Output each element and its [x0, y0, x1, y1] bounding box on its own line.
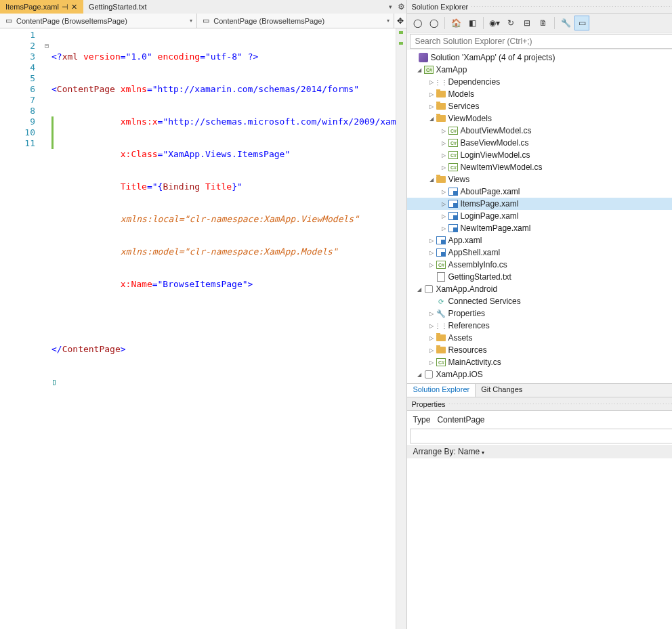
- split-icon[interactable]: ✥: [394, 16, 406, 26]
- expand-icon[interactable]: ▷: [440, 201, 448, 207]
- expand-icon[interactable]: ▷: [440, 140, 448, 146]
- pin-icon[interactable]: ⊣: [62, 3, 68, 12]
- back-icon[interactable]: ◯: [410, 16, 425, 30]
- tree-project-xamapp[interactable]: XamApp: [436, 65, 467, 74]
- chevron-down-icon: ▾: [387, 18, 390, 24]
- solution-search[interactable]: 🔍 ▾: [410, 34, 672, 49]
- pending-changes-filter-icon[interactable]: ◉▾: [487, 16, 502, 30]
- xaml-file-icon: [448, 186, 459, 197]
- tab-git-changes[interactable]: Git Changes: [476, 384, 528, 397]
- expand-icon[interactable]: ▷: [427, 347, 436, 353]
- tree-item-dependencies[interactable]: Dependencies: [448, 77, 500, 87]
- tree-item[interactable]: App.xaml: [448, 236, 482, 245]
- properties-search[interactable]: 🔍: [410, 429, 672, 443]
- collapse-all-icon[interactable]: ⊟: [520, 16, 534, 30]
- type-label: Type: [413, 415, 430, 425]
- class-icon: ▭: [201, 16, 211, 26]
- expand-icon[interactable]: ▷: [427, 91, 436, 97]
- tab-solution-explorer[interactable]: Solution Explorer: [407, 383, 476, 397]
- tree-item[interactable]: LoginViewModel.cs: [460, 150, 530, 160]
- tree-item[interactable]: AssemblyInfo.cs: [448, 260, 507, 269]
- solution-explorer-toolbar: ◯ ◯ 🏠 ◧ ◉▾ ↻ ⊟ 🗎 🔧 ▭: [407, 14, 672, 32]
- xaml-file-icon: [448, 211, 459, 221]
- tree-item-itemspage[interactable]: ItemsPage.xaml: [460, 199, 518, 209]
- code-editor[interactable]: 1234567891011 ⊟ <?xml version="1.0" enco…: [0, 28, 406, 629]
- expand-icon[interactable]: ◢: [427, 116, 436, 122]
- nav-member-dropdown[interactable]: ▭ ContentPage (BrowseItemsPage) ▾: [197, 14, 394, 28]
- tree-item-views[interactable]: Views: [448, 175, 469, 184]
- tree-project-ios[interactable]: XamApp.iOS: [436, 370, 482, 379]
- tab-overflow-icon[interactable]: ▾: [385, 3, 396, 10]
- expand-icon[interactable]: ▷: [427, 360, 436, 366]
- tree-item[interactable]: GettingStarted.txt: [448, 272, 511, 282]
- tree-item[interactable]: MainActivity.cs: [448, 357, 501, 367]
- arrange-by-dropdown[interactable]: Arrange By: Name ▾: [407, 445, 672, 458]
- tree-item[interactable]: Connected Services: [448, 297, 520, 306]
- tree-item[interactable]: Properties: [448, 309, 485, 318]
- folder-icon: [436, 332, 446, 343]
- tree-item[interactable]: LoginPage.xaml: [460, 211, 518, 221]
- forward-icon[interactable]: ◯: [426, 16, 441, 30]
- cs-file-icon: C#: [436, 259, 446, 270]
- sync-icon[interactable]: ↻: [503, 16, 518, 30]
- solution-search-input[interactable]: [411, 37, 672, 46]
- cs-file-icon: C#: [448, 125, 459, 136]
- expand-icon[interactable]: ▷: [427, 262, 436, 268]
- code-content: <?xml version="1.0" encoding="utf-8" ?> …: [51, 28, 406, 629]
- properties-search-input[interactable]: [411, 431, 672, 441]
- expand-icon[interactable]: ◢: [427, 177, 436, 183]
- chevron-down-icon: ▾: [190, 18, 192, 24]
- expand-icon[interactable]: ▷: [440, 128, 448, 134]
- tree-item[interactable]: Resources: [448, 345, 486, 355]
- properties-icon[interactable]: 🔧: [558, 16, 573, 30]
- fold-toggle[interactable]: ⊟: [42, 41, 51, 51]
- home-icon[interactable]: 🏠: [448, 16, 463, 30]
- nav-scope-dropdown[interactable]: ▭ ContentPage (BrowseItemsPage) ▾: [0, 14, 197, 28]
- tree-item-services[interactable]: Services: [448, 102, 479, 111]
- tree-item[interactable]: AppShell.xaml: [448, 248, 500, 257]
- expand-icon[interactable]: ◢: [415, 67, 423, 73]
- show-all-files-icon[interactable]: 🗎: [536, 16, 551, 30]
- expand-icon[interactable]: ▷: [427, 104, 436, 110]
- folder-icon: [436, 101, 446, 112]
- switch-views-icon[interactable]: ◧: [465, 16, 480, 30]
- tree-item[interactable]: AboutViewModel.cs: [460, 126, 531, 135]
- fold-column: ⊟: [42, 28, 51, 629]
- tree-item-models[interactable]: Models: [448, 89, 474, 99]
- tree-solution-root[interactable]: Solution 'XamApp' (4 of 4 projects): [430, 53, 555, 62]
- tree-item[interactable]: AboutPage.xaml: [460, 187, 520, 196]
- tree-item[interactable]: References: [448, 321, 489, 330]
- tab-itemspage[interactable]: ItemsPage.xaml ⊣ ✕: [0, 0, 83, 14]
- properties-type-row: Type ContentPage: [407, 411, 672, 429]
- solution-explorer-header: Solution Explorer ⋅⋅⋅⋅⋅⋅⋅⋅⋅⋅⋅⋅⋅⋅⋅⋅⋅⋅⋅⋅⋅⋅…: [407, 0, 672, 14]
- close-icon[interactable]: ✕: [71, 3, 78, 12]
- tab-gettingstarted[interactable]: GettingStarted.txt: [83, 0, 152, 14]
- expand-icon[interactable]: ▷: [427, 238, 436, 244]
- preview-selected-icon[interactable]: ▭: [574, 16, 589, 30]
- tree-project-android[interactable]: XamApp.Android: [436, 284, 497, 294]
- panel-title: Properties: [411, 400, 445, 408]
- tab-settings-icon[interactable]: ⚙: [396, 2, 406, 12]
- tree-item[interactable]: BaseViewModel.cs: [460, 138, 528, 148]
- xaml-file-icon: [436, 235, 446, 246]
- expand-icon[interactable]: ▷: [440, 225, 448, 232]
- expand-icon[interactable]: ▷: [427, 250, 436, 256]
- overview-ruler[interactable]: [396, 28, 406, 629]
- expand-icon[interactable]: ◢: [415, 372, 423, 378]
- expand-icon[interactable]: ▷: [440, 165, 448, 171]
- tree-item[interactable]: NewItemViewModel.cs: [460, 162, 542, 172]
- solution-tree[interactable]: Solution 'XamApp' (4 of 4 projects) ◢C#X…: [407, 50, 672, 383]
- tree-item[interactable]: Assets: [448, 333, 472, 343]
- expand-icon[interactable]: ▷: [440, 189, 448, 195]
- solution-icon: [418, 52, 429, 63]
- expand-icon[interactable]: ▷: [427, 335, 436, 341]
- expand-icon[interactable]: ◢: [415, 286, 423, 292]
- chevron-down-icon: ▾: [482, 450, 484, 456]
- tree-item[interactable]: NewItemPage.xaml: [460, 223, 530, 233]
- expand-icon[interactable]: ▷: [440, 213, 448, 219]
- expand-icon[interactable]: ▷: [440, 152, 448, 158]
- tree-item-viewmodels[interactable]: ViewModels: [448, 114, 491, 123]
- wrench-icon: 🔧: [436, 308, 446, 319]
- expand-icon[interactable]: ▷: [427, 311, 436, 317]
- folder-icon: [436, 345, 446, 355]
